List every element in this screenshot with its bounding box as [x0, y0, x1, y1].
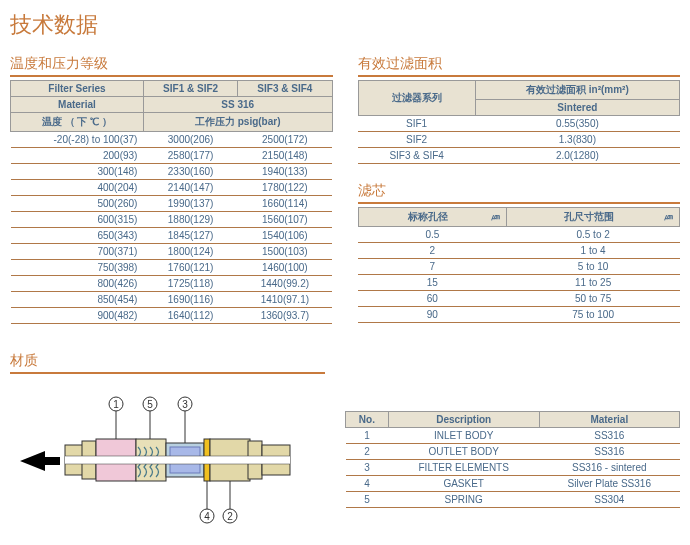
cart-section-title: 滤芯 — [358, 182, 681, 204]
cell-temp: 200(93) — [11, 148, 144, 164]
table-row: 5SPRINGSS304 — [346, 491, 680, 507]
cell-sif12: 2580(177) — [143, 148, 237, 164]
svg-text:5: 5 — [147, 399, 153, 410]
cell-area: 1.3(830) — [475, 132, 679, 148]
cell-temp: 600(315) — [11, 212, 144, 228]
cell-temp: 650(343) — [11, 228, 144, 244]
cell-series: SIF3 & SIF4 — [358, 148, 475, 164]
cell-range: 1 to 4 — [507, 243, 680, 259]
table-row: 1511 to 25 — [358, 275, 680, 291]
table-row: 700(371)1800(124)1500(103) — [11, 244, 333, 260]
th-material: Material — [11, 97, 144, 113]
table-row: 3FILTER ELEMENTSSS316 - sintered — [346, 459, 680, 475]
table-row: -20(-28) to 100(37)3000(206)2500(172) — [11, 132, 333, 148]
cell-mat: SS316 — [539, 443, 679, 459]
cell-series: SIF1 — [358, 116, 475, 132]
cell-no: 5 — [346, 491, 389, 507]
table-row: 800(426)1725(118)1440(99.2) — [11, 276, 333, 292]
svg-marker-0 — [20, 451, 60, 471]
cart-table-body: 0.50.5 to 221 to 475 to 101511 to 256050… — [358, 227, 680, 323]
cell-sif12: 1845(127) — [143, 228, 237, 244]
th-temp-label: 温度 （ 下 ℃ ） — [11, 113, 144, 132]
table-row: 0.50.5 to 2 — [358, 227, 680, 243]
table-row: 9075 to 100 — [358, 307, 680, 323]
cell-sif12: 2140(147) — [143, 180, 237, 196]
svg-text:3: 3 — [182, 399, 188, 410]
cell-area: 0.55(350) — [475, 116, 679, 132]
svg-text:2: 2 — [227, 511, 233, 522]
cell-range: 50 to 75 — [507, 291, 680, 307]
filtration-area-table: 过滤器系列 有效过滤面积 in²(mm²) Sintered SIF10.55(… — [358, 80, 681, 164]
table-row: 2OUTLET BODYSS316 — [346, 443, 680, 459]
cell-series: SIF2 — [358, 132, 475, 148]
cell-nominal: 60 — [358, 291, 507, 307]
th-area: 有效过滤面积 in²(mm²) — [475, 81, 679, 100]
table-row: 75 to 10 — [358, 259, 680, 275]
cell-area: 2.0(1280) — [475, 148, 679, 164]
th-no: No. — [346, 411, 389, 427]
th-filter-series: Filter Series — [11, 81, 144, 97]
cell-nominal: 7 — [358, 259, 507, 275]
table-row: 200(93)2580(177)2150(148) — [11, 148, 333, 164]
th-range: 孔尺寸范围 ㎛ — [507, 208, 680, 227]
cell-range: 11 to 25 — [507, 275, 680, 291]
filt-table-body: SIF10.55(350)SIF21.3(830)SIF3 & SIF42.0(… — [358, 116, 680, 164]
cell-sif34: 1360(93.7) — [238, 308, 332, 324]
table-row: 300(148)2330(160)1940(133) — [11, 164, 333, 180]
cell-temp: 900(482) — [11, 308, 144, 324]
page-title: 技术数据 — [10, 10, 680, 40]
temp-pressure-table: Filter Series SIF1 & SIF2 SIF3 & SIF4 Ma… — [10, 80, 333, 324]
table-row: SIF21.3(830) — [358, 132, 680, 148]
table-row: 650(343)1845(127)1540(106) — [11, 228, 333, 244]
cell-range: 5 to 10 — [507, 259, 680, 275]
cell-sif12: 2330(160) — [143, 164, 237, 180]
th-desc: Description — [388, 411, 539, 427]
cell-no: 2 — [346, 443, 389, 459]
table-row: 6050 to 75 — [358, 291, 680, 307]
cell-nominal: 2 — [358, 243, 507, 259]
svg-text:1: 1 — [113, 399, 119, 410]
cell-temp: -20(-28) to 100(37) — [11, 132, 144, 148]
cell-sif34: 1440(99.2) — [238, 276, 332, 292]
cell-temp: 500(260) — [11, 196, 144, 212]
cell-no: 4 — [346, 475, 389, 491]
cell-desc: OUTLET BODY — [388, 443, 539, 459]
cell-sif12: 1690(116) — [143, 292, 237, 308]
cell-mat: SS316 - sintered — [539, 459, 679, 475]
cell-sif34: 1460(100) — [238, 260, 332, 276]
th-sif12: SIF1 & SIF2 — [143, 81, 237, 97]
table-row: 21 to 4 — [358, 243, 680, 259]
cell-sif34: 1940(133) — [238, 164, 332, 180]
material-table-body: 1INLET BODYSS3162OUTLET BODYSS3163FILTER… — [346, 427, 680, 507]
cell-sif34: 2150(148) — [238, 148, 332, 164]
cell-temp: 700(371) — [11, 244, 144, 260]
cell-desc: SPRING — [388, 491, 539, 507]
cell-temp: 400(204) — [11, 180, 144, 196]
cell-sif34: 2500(172) — [238, 132, 332, 148]
th-sif34: SIF3 & SIF4 — [238, 81, 332, 97]
th-nominal: 标称孔径 ㎛ — [358, 208, 507, 227]
cell-sif34: 1660(114) — [238, 196, 332, 212]
cell-sif34: 1500(103) — [238, 244, 332, 260]
material-section-title: 材质 — [10, 352, 325, 374]
cell-desc: FILTER ELEMENTS — [388, 459, 539, 475]
cell-sif12: 1725(118) — [143, 276, 237, 292]
filter-diagram: 1 5 3 2 4 — [10, 389, 320, 529]
cell-sif34: 1540(106) — [238, 228, 332, 244]
th-sintered: Sintered — [475, 100, 679, 116]
cell-sif12: 1760(121) — [143, 260, 237, 276]
th-material-val: SS 316 — [143, 97, 332, 113]
cell-mat: Silver Plate SS316 — [539, 475, 679, 491]
table-row: SIF10.55(350) — [358, 116, 680, 132]
table-row: 900(482)1640(112)1360(93.7) — [11, 308, 333, 324]
cell-nominal: 0.5 — [358, 227, 507, 243]
table-row: 400(204)2140(147)1780(122) — [11, 180, 333, 196]
svg-text:4: 4 — [204, 511, 210, 522]
table-row: 600(315)1880(129)1560(107) — [11, 212, 333, 228]
th-mat: Material — [539, 411, 679, 427]
cell-temp: 800(426) — [11, 276, 144, 292]
cell-temp: 750(398) — [11, 260, 144, 276]
cell-sif12: 1990(137) — [143, 196, 237, 212]
cell-sif34: 1780(122) — [238, 180, 332, 196]
cell-sif12: 1880(129) — [143, 212, 237, 228]
